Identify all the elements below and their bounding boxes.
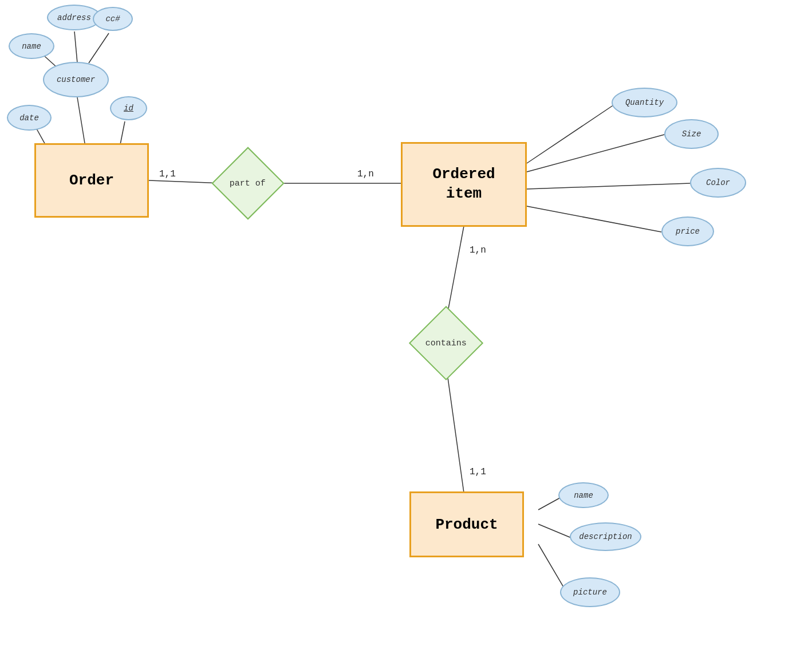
svg-line-15: [538, 524, 573, 538]
attr-price: price: [661, 217, 714, 246]
svg-line-8: [527, 104, 616, 163]
svg-line-1: [74, 32, 77, 63]
order-entity: Order: [34, 143, 149, 218]
ordered-item-entity: Ordereditem: [401, 142, 527, 227]
attr-prod-name: name: [558, 482, 609, 508]
attr-quantity: Quantity: [612, 88, 677, 117]
svg-line-10: [527, 183, 690, 189]
svg-line-3: [77, 97, 85, 143]
cardinality-contains-product: 1,1: [470, 467, 486, 477]
attr-color: Color: [690, 168, 746, 198]
attr-id: id: [110, 96, 147, 120]
svg-line-5: [120, 121, 125, 144]
attr-prod-picture: picture: [560, 577, 620, 607]
part-of-relationship: part of: [222, 158, 274, 209]
svg-line-13: [447, 369, 464, 493]
attr-customer: customer: [43, 62, 109, 97]
contains-label: contains: [425, 338, 467, 348]
attr-size: Size: [664, 119, 719, 149]
contains-relationship: contains: [420, 317, 472, 369]
order-label: Order: [69, 172, 114, 189]
svg-line-11: [527, 206, 661, 232]
svg-line-9: [527, 135, 664, 172]
product-entity: Product: [409, 491, 524, 557]
cardinality-order-partof: 1,1: [159, 169, 176, 179]
cardinality-partof-ordereditem: 1,n: [357, 169, 374, 179]
ordered-item-label: Ordereditem: [432, 165, 495, 204]
svg-line-14: [538, 497, 561, 510]
attr-prod-description: description: [570, 522, 641, 551]
svg-line-2: [89, 33, 109, 63]
part-of-label: part of: [230, 178, 266, 188]
attr-name: name: [9, 33, 54, 59]
cardinality-ordereditem-contains: 1,n: [470, 245, 486, 255]
svg-line-12: [447, 226, 464, 318]
attr-cc: cc#: [93, 7, 133, 31]
attr-date: date: [7, 105, 52, 131]
product-label: Product: [435, 516, 498, 533]
